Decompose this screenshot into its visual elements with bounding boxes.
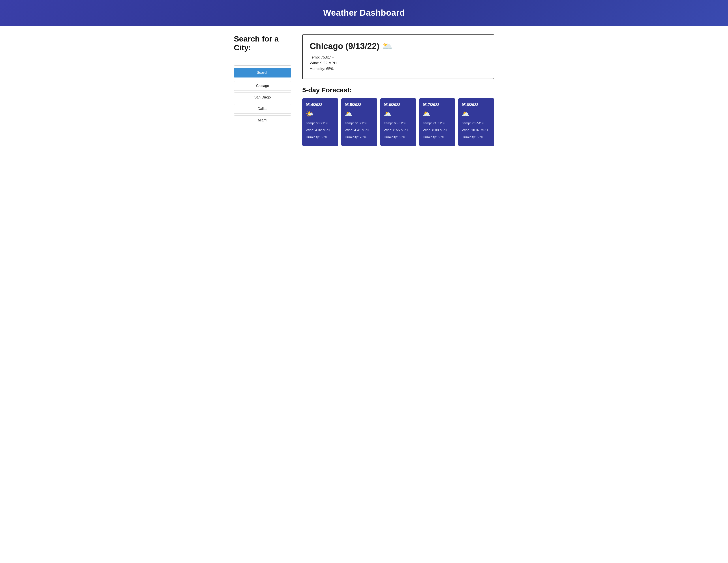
forecast-wind-2: Wind: 8.55 MPH	[384, 128, 413, 132]
city-button-miami[interactable]: Miami	[234, 115, 291, 125]
main-layout: Search for a City: Search Chicago San Di…	[221, 26, 507, 155]
forecast-date-4: 9/18/2022	[462, 103, 491, 107]
forecast-card-0: 9/14/2022 🌤️ Temp: 63.21°F Wind: 4.32 MP…	[302, 98, 338, 146]
forecast-icon-2: 🌥️	[384, 110, 413, 118]
forecast-temp-3: Temp: 71.31°F	[423, 121, 452, 125]
city-button-chicago[interactable]: Chicago	[234, 81, 291, 91]
forecast-card-2: 9/16/2022 🌥️ Temp: 68.81°F Wind: 8.55 MP…	[380, 98, 416, 146]
current-weather-card: Chicago (9/13/22) 🌥️ Temp: 75.61°F Wind:…	[302, 34, 494, 79]
forecast-humidity-3: Humidity: 65%	[423, 135, 452, 139]
search-input[interactable]	[234, 57, 291, 66]
current-city-title: Chicago (9/13/22) 🌥️	[310, 41, 487, 51]
forecast-section: 5-day Forecast: 9/14/2022 🌤️ Temp: 63.21…	[302, 86, 494, 146]
current-city-name: Chicago (9/13/22)	[310, 41, 379, 51]
forecast-date-0: 9/14/2022	[306, 103, 335, 107]
forecast-date-3: 9/17/2022	[423, 103, 452, 107]
forecast-date-1: 9/15/2022	[345, 103, 374, 107]
search-button[interactable]: Search	[234, 68, 291, 77]
forecast-humidity-0: Humidity: 85%	[306, 135, 335, 139]
forecast-icon-1: 🌥️	[345, 110, 374, 118]
forecast-wind-4: Wind: 10.07 MPH	[462, 128, 491, 132]
forecast-icon-0: 🌤️	[306, 110, 335, 118]
forecast-card-3: 9/17/2022 🌥️ Temp: 71.31°F Wind: 8.08 MP…	[419, 98, 455, 146]
city-button-sandiego[interactable]: San Diego	[234, 92, 291, 102]
forecast-card-4: 9/18/2022 🌥️ Temp: 73.44°F Wind: 10.07 M…	[458, 98, 494, 146]
sidebar-title: Search for a City:	[234, 34, 291, 52]
forecast-card-1: 9/15/2022 🌥️ Temp: 64.71°F Wind: 4.41 MP…	[341, 98, 377, 146]
forecast-date-2: 9/16/2022	[384, 103, 413, 107]
forecast-humidity-4: Humidity: 56%	[462, 135, 491, 139]
forecast-temp-0: Temp: 63.21°F	[306, 121, 335, 125]
forecast-temp-2: Temp: 68.81°F	[384, 121, 413, 125]
current-temp: Temp: 75.61°F	[310, 55, 487, 60]
app-header: Weather Dashboard	[0, 0, 728, 26]
content-area: Chicago (9/13/22) 🌥️ Temp: 75.61°F Wind:…	[302, 34, 494, 146]
forecast-wind-3: Wind: 8.08 MPH	[423, 128, 452, 132]
forecast-temp-1: Temp: 64.71°F	[345, 121, 374, 125]
sidebar: Search for a City: Search Chicago San Di…	[234, 34, 291, 146]
app-title: Weather Dashboard	[0, 8, 728, 18]
forecast-title: 5-day Forecast:	[302, 86, 494, 94]
forecast-humidity-1: Humidity: 76%	[345, 135, 374, 139]
city-button-dallas[interactable]: Dallas	[234, 104, 291, 114]
forecast-icon-3: 🌥️	[423, 110, 452, 118]
forecast-wind-1: Wind: 4.41 MPH	[345, 128, 374, 132]
current-weather-icon: 🌥️	[382, 41, 393, 51]
forecast-temp-4: Temp: 73.44°F	[462, 121, 491, 125]
forecast-wind-0: Wind: 4.32 MPH	[306, 128, 335, 132]
forecast-humidity-2: Humidity: 69%	[384, 135, 413, 139]
current-humidity: Humidity: 65%	[310, 67, 487, 71]
forecast-icon-4: 🌥️	[462, 110, 491, 118]
current-wind: Wind: 9.22 MPH	[310, 61, 487, 65]
forecast-cards: 9/14/2022 🌤️ Temp: 63.21°F Wind: 4.32 MP…	[302, 98, 494, 146]
